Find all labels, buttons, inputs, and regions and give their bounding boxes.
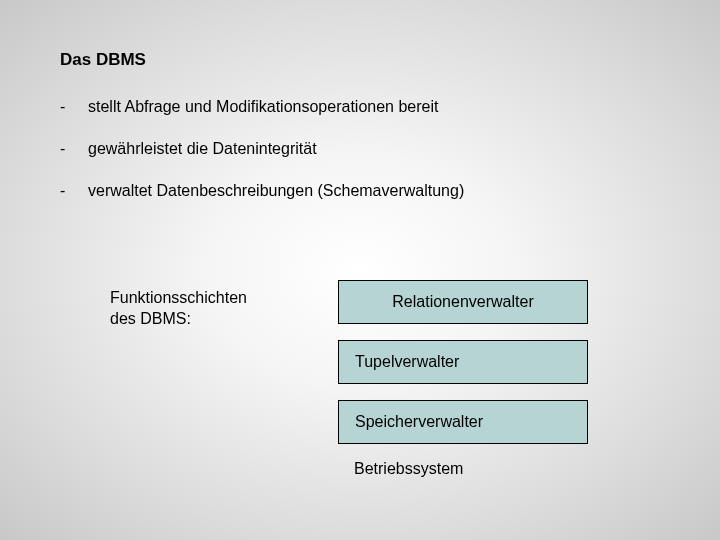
bullet-dash: - <box>60 182 88 200</box>
layer-box-relationen: Relationenverwalter <box>338 280 588 324</box>
bullet-text: verwaltet Datenbeschreibungen (Schemaver… <box>88 182 464 200</box>
layer-text-betriebssystem: Betriebssystem <box>338 460 588 478</box>
slide-title: Das DBMS <box>60 50 660 70</box>
layers-label-line1: Funktionsschichten <box>110 289 247 306</box>
list-item: - gewährleistet die Datenintegrität <box>60 140 660 158</box>
list-item: - verwaltet Datenbeschreibungen (Schemav… <box>60 182 660 200</box>
layer-box-speicher: Speicherverwalter <box>338 400 588 444</box>
bullet-dash: - <box>60 98 88 116</box>
bullet-list: - stellt Abfrage und Modifikationsoperat… <box>60 98 660 200</box>
bullet-text: gewährleistet die Datenintegrität <box>88 140 317 158</box>
bullet-dash: - <box>60 140 88 158</box>
layer-box-label: Speicherverwalter <box>355 413 483 431</box>
layers-label-line2: des DBMS: <box>110 310 191 327</box>
layers-label: Funktionsschichten des DBMS: <box>110 288 247 330</box>
slide: Das DBMS - stellt Abfrage und Modifikati… <box>0 0 720 540</box>
list-item: - stellt Abfrage und Modifikationsoperat… <box>60 98 660 116</box>
layer-box-label: Tupelverwalter <box>355 353 459 371</box>
layers-stack: Relationenverwalter Tupelverwalter Speic… <box>338 280 588 478</box>
layer-box-label: Relationenverwalter <box>392 293 533 311</box>
layer-box-tupel: Tupelverwalter <box>338 340 588 384</box>
bullet-text: stellt Abfrage und Modifikationsoperatio… <box>88 98 438 116</box>
